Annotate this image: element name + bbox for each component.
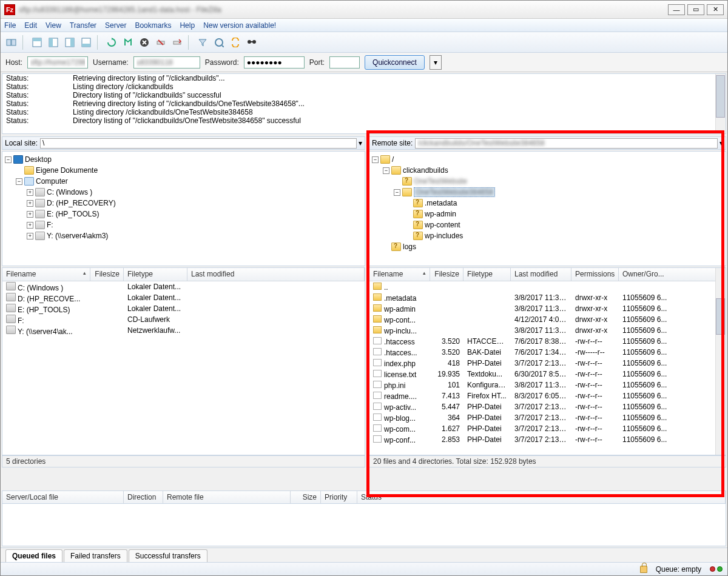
tree-node[interactable]: −Computer bbox=[5, 176, 362, 187]
list-item[interactable]: wp-com...1.627PHP-Datei3/7/2017 2:13:3..… bbox=[369, 423, 726, 434]
password-input[interactable] bbox=[244, 56, 305, 69]
log-scrollbar[interactable] bbox=[715, 74, 726, 133]
cancel-icon[interactable] bbox=[137, 35, 152, 50]
queue-body[interactable] bbox=[2, 504, 726, 546]
site-manager-icon[interactable] bbox=[4, 35, 19, 50]
tree-node[interactable]: Eigene Dokumente bbox=[5, 165, 362, 176]
qcol-priority[interactable]: Priority bbox=[321, 491, 357, 503]
col-filesize[interactable]: Filesize bbox=[430, 268, 463, 281]
remote-scrollbar[interactable] bbox=[715, 268, 726, 455]
list-item[interactable]: index.php418PHP-Datei3/7/2017 2:13:3...-… bbox=[369, 358, 726, 369]
col-permissions[interactable]: Permissions bbox=[571, 268, 619, 281]
toggle-queue-icon[interactable] bbox=[79, 35, 93, 50]
maximize-button[interactable]: ▭ bbox=[687, 4, 704, 15]
disconnect-icon[interactable] bbox=[153, 35, 168, 50]
tree-node[interactable]: +E: (HP_TOOLS) bbox=[5, 209, 362, 219]
process-queue-icon[interactable] bbox=[121, 35, 135, 50]
tree-node[interactable]: +C: (Windows ) bbox=[5, 187, 362, 198]
toggle-local-tree-icon[interactable] bbox=[46, 35, 61, 50]
toggle-log-icon[interactable] bbox=[30, 35, 44, 50]
queue-header[interactable]: Server/Local file Direction Remote file … bbox=[2, 491, 726, 504]
list-item[interactable]: E: (HP_TOOLS)Lokaler Datent... bbox=[2, 303, 365, 314]
expand-icon[interactable]: − bbox=[383, 167, 389, 174]
tree-node[interactable]: wp-admin bbox=[372, 209, 723, 219]
list-item[interactable]: .htacces...3.520BAK-Datei7/6/2017 1:34:3… bbox=[369, 347, 726, 358]
qcol-status[interactable]: Status bbox=[357, 491, 726, 503]
list-item[interactable]: wp-activ...5.447PHP-Datei3/7/2017 2:13:3… bbox=[369, 401, 726, 412]
list-item[interactable]: wp-inclu...3/8/2017 11:35:...drwxr-xr-x1… bbox=[369, 325, 726, 336]
col-filetype[interactable]: Filetype bbox=[124, 268, 187, 281]
tree-node[interactable]: +Y: (\\server4\akm3) bbox=[5, 230, 362, 241]
list-item[interactable]: .. bbox=[369, 281, 726, 292]
local-file-list[interactable]: Filename Filesize Filetype Last modified… bbox=[2, 267, 365, 455]
tree-node[interactable]: −Desktop bbox=[5, 154, 362, 165]
reconnect-icon[interactable] bbox=[170, 35, 184, 50]
message-log[interactable]: Status:Retrieving directory listing of "… bbox=[2, 73, 726, 134]
list-item[interactable]: F:CD-Laufwerk bbox=[2, 314, 365, 325]
quickconnect-button[interactable]: Quickconnect bbox=[365, 55, 425, 70]
refresh-icon[interactable] bbox=[104, 35, 119, 50]
tree-node[interactable]: −clickandbuilds bbox=[372, 165, 723, 176]
col-filesize[interactable]: Filesize bbox=[90, 268, 124, 281]
col-modified[interactable]: Last modified bbox=[187, 268, 365, 281]
host-input[interactable] bbox=[27, 56, 88, 69]
remote-directory-tree[interactable]: −/−clickandbuildsOneTestWebsite−OneTestW… bbox=[369, 151, 726, 266]
list-item[interactable]: readme....7.413Firefox HT...8/3/2017 6:0… bbox=[369, 390, 726, 401]
local-list-header[interactable]: Filename Filesize Filetype Last modified bbox=[2, 268, 365, 281]
tree-node[interactable]: +F: bbox=[5, 219, 362, 230]
list-item[interactable]: C: (Windows )Lokaler Datent... bbox=[2, 281, 365, 292]
menu-new-version[interactable]: New version available! bbox=[203, 21, 276, 30]
search-icon[interactable] bbox=[244, 35, 259, 50]
list-item[interactable]: wp-blog...364PHP-Datei3/7/2017 2:13:3...… bbox=[369, 412, 726, 423]
local-directory-tree[interactable]: −DesktopEigene Dokumente−Computer+C: (Wi… bbox=[2, 151, 365, 266]
menu-help[interactable]: Help bbox=[180, 21, 195, 30]
tree-node[interactable]: logs bbox=[372, 241, 723, 252]
local-site-input[interactable] bbox=[40, 138, 357, 149]
tree-node[interactable]: −/ bbox=[372, 154, 723, 165]
qcol-direction[interactable]: Direction bbox=[124, 491, 163, 503]
sync-browse-icon[interactable] bbox=[228, 35, 243, 50]
tab-queued[interactable]: Queued files bbox=[5, 549, 62, 562]
menu-server[interactable]: Server bbox=[105, 21, 126, 30]
menu-view[interactable]: View bbox=[46, 21, 61, 30]
tree-node[interactable]: wp-includes bbox=[372, 230, 723, 241]
minimize-button[interactable]: — bbox=[668, 4, 685, 15]
col-filetype[interactable]: Filetype bbox=[463, 268, 511, 281]
tree-node[interactable]: wp-content bbox=[372, 219, 723, 230]
list-item[interactable]: Y: (\\server4\ak...Netzwerklaufw... bbox=[2, 325, 365, 336]
username-input[interactable] bbox=[133, 56, 200, 69]
close-button[interactable]: ✕ bbox=[707, 4, 724, 15]
remote-site-drop-icon[interactable]: ▾ bbox=[720, 139, 723, 147]
col-owner[interactable]: Owner/Gro... bbox=[619, 268, 726, 281]
list-item[interactable]: wp-conf...2.853PHP-Datei3/7/2017 2:13:3.… bbox=[369, 434, 726, 445]
filter-icon[interactable] bbox=[195, 35, 210, 50]
list-item[interactable]: .metadata3/8/2017 11:35:...drwxr-xr-x110… bbox=[369, 292, 726, 303]
expand-icon[interactable]: − bbox=[394, 189, 400, 196]
tree-node[interactable]: +D: (HP_RECOVERY) bbox=[5, 198, 362, 209]
qcol-size[interactable]: Size bbox=[291, 491, 321, 503]
menu-transfer[interactable]: Transfer bbox=[70, 21, 96, 30]
tree-node[interactable]: OneTestWebsite bbox=[372, 176, 723, 187]
port-input[interactable] bbox=[329, 56, 360, 69]
list-item[interactable]: php.ini101Konfigurati...3/8/2017 11:35:.… bbox=[369, 380, 726, 390]
col-modified[interactable]: Last modified bbox=[511, 268, 571, 281]
expand-icon[interactable]: − bbox=[372, 156, 379, 163]
remote-file-list[interactable]: Filename Filesize Filetype Last modified… bbox=[369, 267, 726, 455]
menu-file[interactable]: File bbox=[4, 21, 16, 30]
list-item[interactable]: .htaccess3.520HTACCESS...7/6/2017 8:38:1… bbox=[369, 336, 726, 347]
qcol-remote[interactable]: Remote file bbox=[163, 491, 291, 503]
list-item[interactable]: license.txt19.935Textdoku...6/30/2017 8:… bbox=[369, 369, 726, 380]
toggle-remote-tree-icon[interactable] bbox=[62, 35, 77, 50]
expand-icon[interactable]: − bbox=[5, 156, 12, 163]
expand-icon[interactable]: + bbox=[27, 200, 33, 207]
remote-list-header[interactable]: Filename Filesize Filetype Last modified… bbox=[369, 268, 726, 281]
menu-edit[interactable]: Edit bbox=[24, 21, 37, 30]
expand-icon[interactable]: + bbox=[27, 222, 33, 229]
expand-icon[interactable]: − bbox=[16, 178, 22, 185]
local-site-drop-icon[interactable]: ▾ bbox=[359, 139, 362, 147]
col-filename[interactable]: Filename bbox=[2, 268, 90, 281]
list-item[interactable]: wp-cont...4/12/2017 4:01:...drwxr-xr-x11… bbox=[369, 314, 726, 325]
expand-icon[interactable]: + bbox=[27, 189, 33, 196]
col-filename[interactable]: Filename bbox=[369, 268, 430, 281]
remote-site-input[interactable] bbox=[415, 138, 718, 149]
